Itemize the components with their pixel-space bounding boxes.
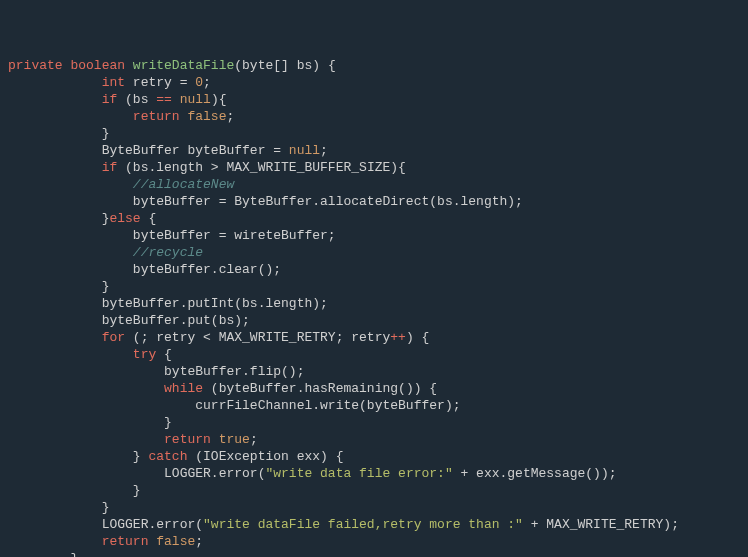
keyword-else: else (109, 211, 140, 226)
keyword-if: if (102, 160, 118, 175)
code-line: return false; (8, 534, 203, 549)
keyword-return: return (102, 534, 149, 549)
comment: //allocateNew (133, 177, 234, 192)
comment: //recycle (133, 245, 203, 260)
code-line: } catch (IOException exx) { (8, 449, 343, 464)
code-line: }else { (8, 211, 156, 226)
code-line: } (8, 415, 172, 430)
code-block: private boolean writeDataFile(byte[] bs)… (8, 57, 740, 557)
semicolon: ; (250, 432, 258, 447)
text: byteBuffer.put(bs); (102, 313, 250, 328)
code-line: byteBuffer.flip(); (8, 364, 304, 379)
code-line: for (; retry < MAX_WRITE_RETRY; retry++)… (8, 330, 429, 345)
code-line: byteBuffer = wireteBuffer; (8, 228, 336, 243)
null-literal: null (289, 143, 320, 158)
text: { (141, 211, 157, 226)
code-line: if (bs.length > MAX_WRITE_BUFFER_SIZE){ (8, 160, 406, 175)
text: ByteBuffer byteBuffer = (102, 143, 289, 158)
keyword-return: return (133, 109, 180, 124)
code-line: if (bs == null){ (8, 92, 227, 107)
code-line: //recycle (8, 245, 203, 260)
true-literal: true (219, 432, 250, 447)
text: LOGGER.error( (164, 466, 265, 481)
code-line: private boolean writeDataFile(byte[] bs)… (8, 58, 336, 73)
semi: ; (320, 143, 328, 158)
keyword-try: try (133, 347, 156, 362)
text: (; retry < MAX_WRITE_RETRY; retry (125, 330, 390, 345)
brace: } (133, 483, 141, 498)
brace: } (102, 500, 110, 515)
keyword-catch: catch (148, 449, 187, 464)
keyword-int: int (102, 75, 125, 90)
keyword-private: private (8, 58, 63, 73)
text: retry = (125, 75, 195, 90)
text: (bs.length > MAX_WRITE_BUFFER_SIZE){ (117, 160, 406, 175)
string-literal: "write data file error:" (265, 466, 452, 481)
operator-inc: ++ (390, 330, 406, 345)
keyword-return: return (164, 432, 211, 447)
code-line: try { (8, 347, 172, 362)
text: (IOException exx) { (187, 449, 343, 464)
code-line: LOGGER.error("write data file error:" + … (8, 466, 617, 481)
keyword-if: if (102, 92, 118, 107)
brace: } (70, 551, 78, 557)
text: ) { (406, 330, 429, 345)
false-literal: false (156, 534, 195, 549)
keyword-for: for (102, 330, 125, 345)
code-line: } (8, 500, 109, 515)
brace: } (133, 449, 149, 464)
code-line: while (byteBuffer.hasRemaining()) { (8, 381, 437, 396)
brace: } (102, 126, 110, 141)
code-line: LOGGER.error("write dataFile failed,retr… (8, 517, 679, 532)
text (211, 432, 219, 447)
text (172, 92, 180, 107)
params: (byte[] bs) { (234, 58, 335, 73)
code-line: } (8, 483, 141, 498)
string-literal: "write dataFile failed,retry more than :… (203, 517, 523, 532)
code-line: byteBuffer.clear(); (8, 262, 281, 277)
semicolon: ; (203, 75, 211, 90)
text: ){ (211, 92, 227, 107)
text: byteBuffer.flip(); (164, 364, 304, 379)
text: (byteBuffer.hasRemaining()) { (203, 381, 437, 396)
code-line: } (8, 551, 78, 557)
code-line: byteBuffer = ByteBuffer.allocateDirect(b… (8, 194, 523, 209)
semicolon: ; (226, 109, 234, 124)
code-line: currFileChannel.write(byteBuffer); (8, 398, 460, 413)
code-line: ByteBuffer byteBuffer = null; (8, 143, 328, 158)
false-literal: false (187, 109, 226, 124)
text: byteBuffer = wireteBuffer; (133, 228, 336, 243)
text: + MAX_WRITE_RETRY); (523, 517, 679, 532)
code-line: } (8, 126, 109, 141)
code-line: byteBuffer.putInt(bs.length); (8, 296, 328, 311)
text: { (156, 347, 172, 362)
keyword-while: while (164, 381, 203, 396)
keyword-boolean: boolean (70, 58, 125, 73)
semicolon: ; (195, 534, 203, 549)
text: byteBuffer.clear(); (133, 262, 281, 277)
brace: } (102, 279, 110, 294)
code-line: return true; (8, 432, 258, 447)
text: currFileChannel.write(byteBuffer); (195, 398, 460, 413)
text: byteBuffer.putInt(bs.length); (102, 296, 328, 311)
text: (bs (117, 92, 156, 107)
code-line: int retry = 0; (8, 75, 211, 90)
operator-eq: == (156, 92, 172, 107)
text: byteBuffer = ByteBuffer.allocateDirect(b… (133, 194, 523, 209)
code-line: return false; (8, 109, 234, 124)
method-name: writeDataFile (133, 58, 234, 73)
brace: } (164, 415, 172, 430)
code-line: //allocateNew (8, 177, 234, 192)
number: 0 (195, 75, 203, 90)
text: + exx.getMessage()); (453, 466, 617, 481)
null-literal: null (180, 92, 211, 107)
text: LOGGER.error( (102, 517, 203, 532)
code-line: } (8, 279, 109, 294)
code-line: byteBuffer.put(bs); (8, 313, 250, 328)
